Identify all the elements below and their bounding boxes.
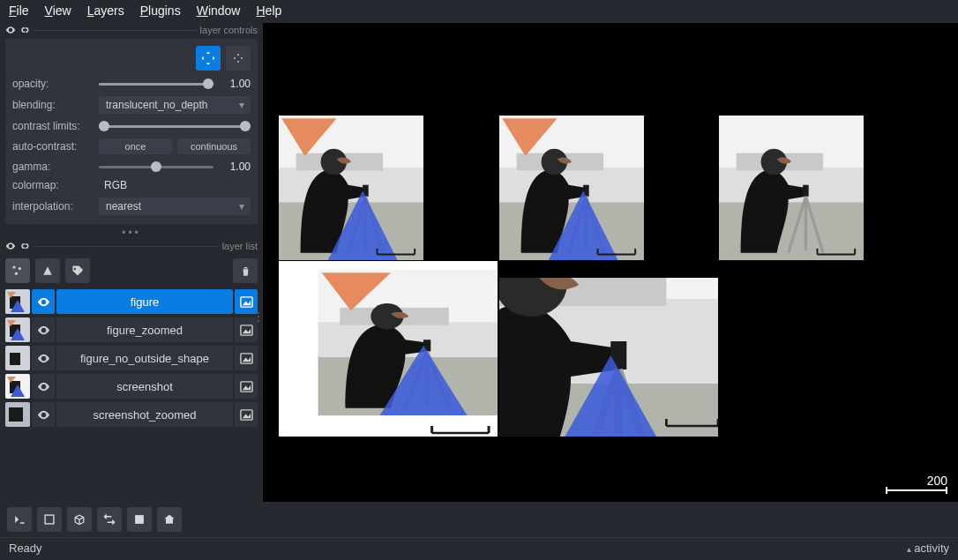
gamma-slider[interactable] — [99, 161, 213, 173]
grid-button[interactable] — [127, 507, 152, 532]
layer-controls-panel: opacity: 1.00 blending: translucent_no_d… — [5, 39, 258, 224]
opacity-value: 1.00 — [221, 78, 251, 90]
image-layer-icon — [235, 402, 258, 427]
layer-visibility-toggle[interactable] — [32, 317, 55, 342]
gamma-label: gamma: — [12, 161, 92, 173]
image-layer-icon — [235, 346, 258, 370]
layer-row[interactable]: screenshot — [5, 373, 258, 399]
menu-bar: File View Layers Plugins Window Help — [0, 0, 958, 23]
svg-rect-16 — [10, 353, 20, 365]
image-panel — [279, 261, 498, 437]
home-button[interactable] — [157, 507, 182, 532]
transform-tool[interactable] — [226, 46, 251, 71]
layer-name[interactable]: figure_no_outside_shape — [56, 346, 233, 370]
layer-row[interactable]: figure — [5, 288, 258, 315]
layer-thumbnail — [5, 402, 30, 427]
layer-name[interactable]: figure — [56, 289, 233, 314]
autocontrast-once[interactable]: once — [99, 138, 172, 154]
contrast-slider[interactable] — [99, 120, 251, 132]
svg-rect-45 — [135, 515, 144, 524]
svg-point-1 — [19, 267, 21, 270]
menu-layers[interactable]: Layers — [87, 4, 124, 18]
layer-list: figure figure_zoomed — [5, 288, 258, 428]
blending-select[interactable]: translucent_no_depth — [99, 96, 251, 114]
canvas[interactable]: 200 — [263, 23, 958, 502]
sidebar: layer controls opacity: 1.00 blending: — [0, 23, 263, 502]
opacity-label: opacity: — [12, 78, 92, 90]
interpolation-label: interpolation: — [12, 200, 92, 213]
roll-dims-button[interactable] — [97, 507, 122, 532]
console-button[interactable] — [7, 507, 32, 532]
eye-icon[interactable] — [5, 241, 16, 251]
ndisplay-3d-button[interactable] — [67, 507, 92, 532]
autocontrast-label: auto-contrast: — [12, 140, 92, 153]
menu-file[interactable]: File — [9, 4, 29, 18]
layer-name[interactable]: screenshot — [56, 374, 233, 399]
svg-marker-18 — [242, 356, 250, 362]
layer-visibility-toggle[interactable] — [32, 374, 55, 399]
layer-thumbnail — [5, 317, 30, 342]
svg-rect-26 — [9, 407, 23, 422]
image-panel — [719, 116, 864, 260]
svg-marker-28 — [242, 413, 250, 418]
layer-row[interactable]: figure_no_outside_shape — [5, 345, 258, 371]
colormap-label: colormap: — [12, 179, 92, 191]
image-panel — [499, 278, 718, 437]
image-panel — [279, 116, 423, 260]
svg-point-2 — [15, 273, 18, 275]
svg-rect-44 — [45, 515, 54, 524]
layer-thumbnail — [5, 374, 30, 399]
opacity-slider[interactable] — [99, 78, 213, 90]
panel-resize-grip[interactable]: ••• — [5, 227, 258, 239]
image-layer-icon — [235, 374, 258, 399]
delete-layer[interactable] — [233, 258, 258, 283]
interpolation-select[interactable]: nearest — [99, 198, 251, 215]
eye-icon[interactable] — [5, 25, 16, 35]
layer-list-title: layer list — [222, 241, 258, 251]
new-shapes-layer[interactable] — [35, 258, 60, 283]
pan-zoom-tool[interactable] — [196, 46, 221, 71]
layer-row[interactable]: figure_zoomed — [5, 317, 258, 343]
status-text: Ready — [9, 541, 42, 555]
layer-name[interactable]: figure_zoomed — [56, 317, 233, 342]
contrast-label: contrast limits: — [12, 120, 92, 132]
viewer-buttons — [0, 502, 958, 537]
layer-name[interactable]: screenshot_zoomed — [56, 402, 233, 427]
layer-controls-title: layer controls — [200, 25, 258, 35]
layer-list-tools — [5, 258, 258, 283]
svg-marker-14 — [242, 328, 250, 333]
autocontrast-continuous[interactable]: continuous — [177, 138, 251, 154]
activity-button[interactable]: activity — [907, 541, 949, 555]
layer-visibility-toggle[interactable] — [32, 346, 55, 370]
link-icon[interactable] — [19, 241, 30, 251]
scale-bar-value: 200 — [927, 474, 947, 488]
svg-point-0 — [12, 265, 15, 268]
layer-thumbnail — [5, 346, 30, 370]
svg-marker-24 — [242, 385, 250, 390]
menu-view[interactable]: View — [45, 4, 71, 18]
menu-plugins[interactable]: Plugins — [140, 4, 181, 18]
layer-thumbnail — [5, 289, 30, 314]
layer-row[interactable]: screenshot_zoomed — [5, 401, 258, 428]
status-bar: Ready activity — [0, 537, 958, 560]
scale-bar: 200 — [886, 474, 947, 491]
layer-controls-header: layer controls — [5, 25, 258, 35]
image-panel — [499, 116, 644, 260]
svg-marker-8 — [242, 300, 250, 305]
layer-visibility-toggle[interactable] — [32, 402, 55, 427]
layer-visibility-toggle[interactable] — [32, 289, 55, 314]
new-labels-layer[interactable] — [65, 258, 90, 283]
new-points-layer[interactable] — [5, 258, 30, 283]
main-area: layer controls opacity: 1.00 blending: — [0, 23, 958, 502]
link-icon[interactable] — [19, 25, 30, 35]
ndisplay-2d-button[interactable] — [37, 507, 62, 532]
colormap-value[interactable]: RGB — [99, 179, 251, 191]
menu-help[interactable]: Help — [256, 4, 281, 18]
blending-label: blending: — [12, 99, 92, 111]
menu-window[interactable]: Window — [197, 4, 241, 18]
layer-list-header: layer list — [5, 241, 258, 251]
gamma-value: 1.00 — [221, 161, 251, 173]
